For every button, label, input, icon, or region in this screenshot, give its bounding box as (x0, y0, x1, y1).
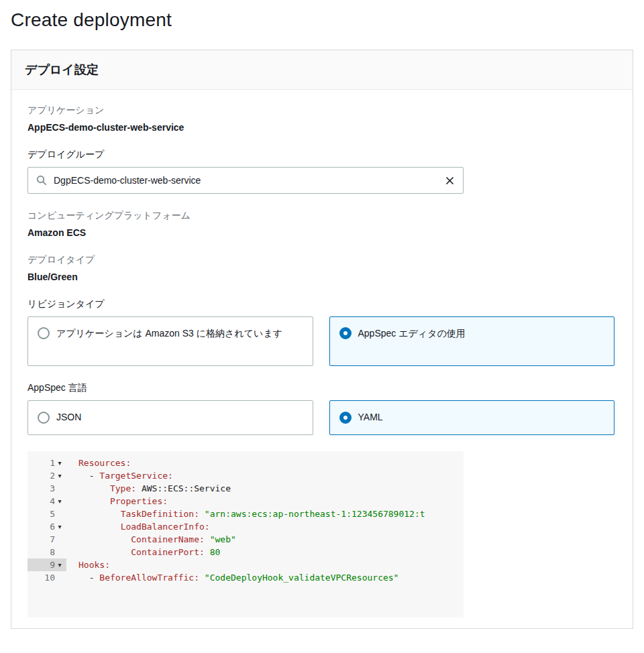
appspec-language-option-json[interactable]: JSON (28, 400, 313, 435)
radio-icon (339, 327, 352, 339)
code-line: - TargetService: (66, 469, 464, 482)
editor-gutter: 9▾ (28, 558, 66, 571)
deployment-group-searchbox[interactable] (28, 167, 464, 194)
application-value: AppECS-demo-cluster-web-service (28, 122, 616, 133)
clear-icon[interactable] (443, 174, 456, 187)
editor-line[interactable]: 9▾Hooks: (28, 558, 464, 571)
revision-type-options: アプリケーションは Amazon S3 に格納されています AppSpec エデ… (28, 316, 614, 366)
line-number: 5 (50, 508, 55, 520)
editor-gutter: 6▾ (28, 520, 66, 533)
line-number: 6 (50, 520, 55, 533)
line-number: 9 (50, 558, 55, 571)
revision-option-appspec-editor[interactable]: AppSpec エディタの使用 (329, 316, 615, 366)
search-icon (35, 174, 48, 187)
line-number: 3 (50, 482, 55, 495)
editor-gutter: 7 (28, 533, 66, 546)
appspec-language-label: AppSpec 言語 (28, 382, 616, 394)
editor-line[interactable]: 7 ContainerName: "web" (28, 533, 464, 546)
compute-platform-value: Amazon ECS (28, 227, 616, 238)
editor-line[interactable]: 4▾ Properties: (28, 495, 464, 508)
editor-gutter: 1▾ (28, 457, 66, 469)
line-number: 10 (44, 571, 55, 584)
revision-option-s3-label: アプリケーションは Amazon S3 に格納されています (56, 326, 282, 341)
panel-header: デプロイ設定 (11, 50, 633, 90)
code-line: Hooks: (66, 558, 464, 571)
code-line: Resources: (66, 457, 464, 469)
appspec-language-option-yaml[interactable]: YAML (329, 400, 615, 435)
editor-line[interactable]: 8 ContainerPort: 80 (28, 546, 464, 558)
line-number: 7 (50, 533, 55, 546)
line-number: 2 (50, 469, 55, 482)
code-line: Properties: (66, 495, 464, 508)
editor-gutter: 4▾ (28, 495, 66, 508)
deployment-type-label: デプロイタイプ (28, 254, 616, 266)
revision-type-label: リビジョンタイプ (28, 298, 616, 310)
appspec-language-field: AppSpec 言語 JSON YAML (28, 382, 616, 435)
editor-gutter: 3 (28, 482, 66, 495)
revision-option-s3[interactable]: アプリケーションは Amazon S3 に格納されています (28, 316, 313, 366)
deployment-group-label: デプロイグループ (28, 149, 616, 161)
code-line: ContainerPort: 80 (66, 546, 464, 558)
compute-platform-label: コンピューティングプラットフォーム (28, 210, 616, 222)
editor-gutter: 10 (28, 571, 66, 584)
code-line: Type: AWS::ECS::Service (66, 482, 464, 495)
radio-icon (38, 412, 50, 424)
editor-line[interactable]: 10 - BeforeAllowTraffic: "CodeDeployHook… (28, 571, 464, 584)
line-number: 8 (50, 546, 55, 558)
appspec-language-json-label: JSON (56, 410, 81, 425)
editor-line[interactable]: 5 TaskDefinition: "arn:aws:ecs:ap-northe… (28, 508, 464, 520)
radio-icon (339, 412, 352, 424)
editor-line[interactable]: 6▾ LoadBalancerInfo: (28, 520, 464, 533)
fold-toggle-icon[interactable]: ▾ (55, 520, 64, 533)
deployment-group-input[interactable] (54, 175, 438, 186)
panel-body: アプリケーション AppECS-demo-cluster-web-service… (11, 90, 633, 628)
fold-toggle-icon[interactable]: ▾ (55, 469, 64, 482)
fold-toggle-icon[interactable]: ▾ (55, 495, 64, 508)
line-number: 1 (50, 457, 55, 469)
editor-line[interactable]: 2▾ - TargetService: (28, 469, 464, 482)
application-label: アプリケーション (28, 105, 616, 117)
appspec-language-yaml-label: YAML (358, 410, 383, 425)
code-line: LoadBalancerInfo: (66, 520, 464, 533)
editor-gutter: 2▾ (28, 469, 66, 482)
page-title: Create deployment (0, 0, 644, 31)
line-number: 4 (50, 495, 55, 508)
application-field: アプリケーション AppECS-demo-cluster-web-service (28, 105, 616, 133)
fold-toggle-icon[interactable]: ▾ (55, 457, 64, 469)
code-line: TaskDefinition: "arn:aws:ecs:ap-northeas… (66, 508, 464, 520)
deployment-group-field: デプロイグループ (28, 149, 616, 194)
editor-gutter: 8 (28, 546, 66, 558)
appspec-language-options: JSON YAML (28, 400, 614, 435)
revision-option-appspec-editor-label: AppSpec エディタの使用 (358, 326, 466, 341)
fold-toggle-icon[interactable]: ▾ (55, 558, 64, 571)
editor-gutter: 5 (28, 508, 66, 520)
appspec-code-editor[interactable]: 1▾Resources:2▾ - TargetService:3 Type: A… (28, 451, 464, 617)
deployment-type-field: デプロイタイプ Blue/Green (28, 254, 616, 282)
radio-icon (38, 327, 50, 339)
editor-line[interactable]: 3 Type: AWS::ECS::Service (28, 482, 464, 495)
revision-type-field: リビジョンタイプ アプリケーションは Amazon S3 に格納されています A… (28, 298, 616, 366)
deploy-settings-panel: デプロイ設定 アプリケーション AppECS-demo-cluster-web-… (11, 50, 633, 629)
code-line: - BeforeAllowTraffic: "CodeDeployHook_va… (66, 571, 464, 584)
editor-line[interactable]: 1▾Resources: (28, 457, 464, 469)
panel-title: デプロイ設定 (25, 62, 619, 78)
deployment-type-value: Blue/Green (28, 272, 616, 282)
code-line: ContainerName: "web" (66, 533, 464, 546)
compute-platform-field: コンピューティングプラットフォーム Amazon ECS (28, 210, 616, 238)
